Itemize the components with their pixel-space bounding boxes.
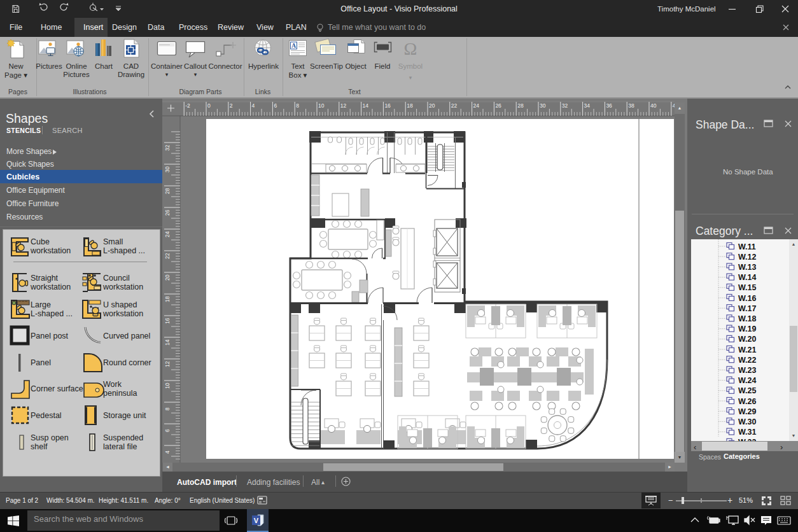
svg-text:W.12: W.12 — [738, 253, 757, 262]
svg-text:W.20: W.20 — [738, 335, 757, 344]
svg-text:14: 14 — [363, 102, 369, 109]
svg-text:W.21: W.21 — [738, 346, 757, 354]
svg-text:26: 26 — [495, 102, 501, 109]
svg-text:16: 16 — [384, 102, 391, 109]
svg-text:36: 36 — [606, 102, 612, 109]
svg-text:W.14: W.14 — [738, 273, 757, 282]
svg-text:32: 32 — [164, 144, 171, 151]
svg-text:W.15: W.15 — [738, 283, 757, 292]
svg-text:2: 2 — [230, 102, 233, 109]
svg-text:0: 0 — [207, 102, 211, 109]
svg-text:40: 40 — [650, 102, 657, 109]
svg-text:26: 26 — [164, 209, 171, 216]
svg-text:W.19: W.19 — [738, 325, 757, 333]
svg-text:W.25: W.25 — [738, 386, 757, 395]
svg-text:4: 4 — [164, 451, 171, 454]
svg-text:14: 14 — [164, 339, 171, 346]
svg-text:W.29: W.29 — [738, 407, 757, 416]
svg-text:10: 10 — [164, 382, 171, 389]
svg-text:Ω: Ω — [404, 39, 417, 59]
svg-text:10: 10 — [318, 102, 325, 109]
svg-text:20: 20 — [164, 274, 171, 281]
svg-text:32: 32 — [562, 102, 568, 109]
svg-text:20: 20 — [429, 102, 435, 109]
svg-text:18: 18 — [164, 296, 171, 302]
svg-text:6: 6 — [164, 429, 171, 432]
svg-text:16: 16 — [164, 318, 171, 324]
svg-text:24: 24 — [164, 231, 171, 237]
svg-text:30: 30 — [540, 102, 546, 109]
svg-text:A: A — [291, 42, 297, 49]
svg-text:W.18: W.18 — [738, 314, 757, 323]
svg-text:W.23: W.23 — [738, 366, 757, 375]
svg-text:34: 34 — [584, 102, 591, 109]
svg-text:30: 30 — [164, 166, 171, 172]
svg-text:22: 22 — [451, 102, 458, 109]
svg-text:W.24: W.24 — [738, 376, 757, 385]
svg-text:W.13: W.13 — [738, 263, 757, 272]
svg-text:V: V — [254, 517, 259, 524]
svg-text:8: 8 — [296, 102, 299, 109]
svg-text:W.17: W.17 — [738, 304, 757, 313]
svg-text:W.26: W.26 — [738, 397, 757, 406]
svg-text:W.31: W.31 — [738, 428, 757, 437]
svg-text:-2: -2 — [185, 102, 190, 109]
svg-text:28: 28 — [517, 102, 524, 109]
svg-text:18: 18 — [407, 102, 413, 109]
svg-text:W.11: W.11 — [738, 242, 756, 251]
svg-text:6: 6 — [274, 102, 277, 109]
svg-text:22: 22 — [164, 253, 171, 259]
svg-text:W.30: W.30 — [738, 417, 757, 426]
svg-text:24: 24 — [473, 102, 480, 109]
svg-text:38: 38 — [628, 102, 634, 109]
svg-text:28: 28 — [164, 188, 171, 194]
svg-text:12: 12 — [340, 102, 347, 109]
svg-text:W.22: W.22 — [738, 356, 757, 365]
svg-text:W.16: W.16 — [738, 294, 757, 303]
svg-text:12: 12 — [164, 361, 171, 367]
svg-text:8: 8 — [164, 407, 171, 410]
svg-text:4: 4 — [252, 102, 255, 109]
